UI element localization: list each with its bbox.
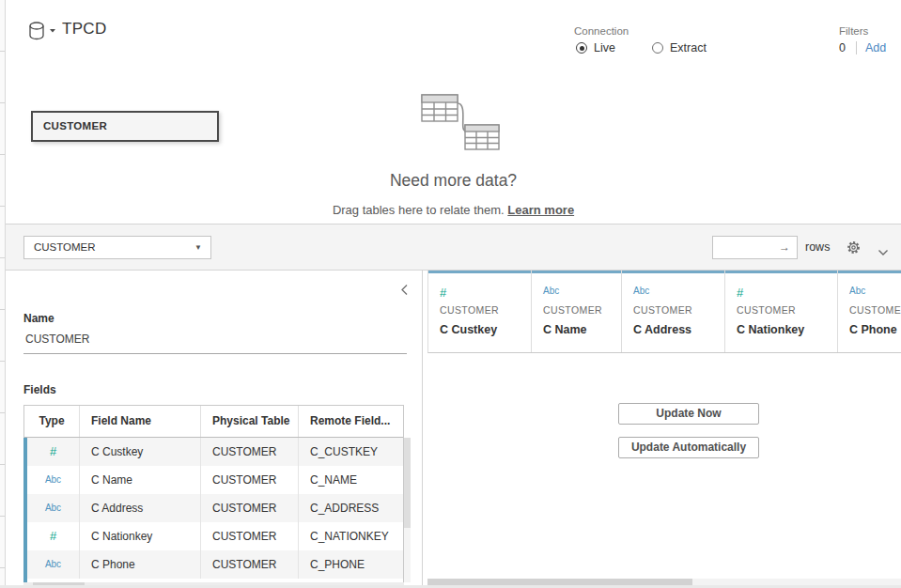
fields-table: Type Field Name Physical Table Remote Fi… (23, 405, 404, 588)
field-name-cell: C Custkey (80, 438, 201, 466)
remote-field-cell: C_NATIONKEY (299, 522, 403, 550)
filters-separator (856, 41, 857, 54)
scrollbar-thumb[interactable] (404, 438, 411, 528)
column-table-name: CUSTOMER (633, 304, 724, 316)
string-type-icon: Abc (27, 466, 80, 494)
radio-live[interactable]: Live (576, 41, 615, 54)
number-type-icon: # (27, 522, 80, 550)
grid-column-header[interactable]: #CUSTOMERC Custkey (428, 271, 532, 352)
field-name-cell: C Nationkey (80, 522, 201, 550)
fields-vertical-scrollbar[interactable] (404, 438, 411, 582)
apply-rows-arrow-icon[interactable]: → (779, 237, 790, 258)
string-type-icon: Abc (849, 286, 901, 301)
preview-toolbar: CUSTOMER ▼ → rows (6, 224, 901, 271)
rows-label: rows (805, 240, 830, 254)
database-menu-button[interactable] (28, 21, 60, 41)
filters-label: Filters (839, 25, 868, 37)
preview-grid-header: #CUSTOMERC CustkeyAbcCUSTOMERC NameAbcCU… (427, 271, 901, 353)
settings-button[interactable] (846, 240, 862, 259)
grid-column-header[interactable]: AbcCUSTOMERC Phone (838, 271, 901, 352)
rows-count-input[interactable] (713, 237, 777, 258)
column-field-name: C Address (633, 323, 724, 336)
name-label: Name (23, 312, 54, 325)
field-row[interactable]: #C NationkeyCUSTOMERC_NATIONKEY (27, 522, 403, 550)
learn-more-link[interactable]: Learn more (507, 203, 574, 217)
fields-label: Fields (23, 383, 56, 396)
column-table-name: CUSTOMER (737, 304, 837, 316)
column-field-name: C Custkey (440, 323, 531, 336)
radio-extract[interactable]: Extract (652, 41, 707, 54)
name-underline (23, 353, 407, 354)
remote-field-cell: C_CUSTKEY (299, 438, 403, 466)
chevron-down-icon (878, 249, 889, 256)
caret-down-icon (50, 29, 55, 33)
string-type-icon: Abc (27, 550, 80, 579)
field-name-cell: C Name (80, 466, 201, 494)
field-row[interactable]: AbcC AddressCUSTOMERC_ADDRESS (27, 494, 403, 522)
column-table-name: CUSTOMER (440, 304, 531, 316)
drag-text: Drag tables here to relate them. (333, 203, 507, 217)
empty-state-subtitle: Drag tables here to relate them. Learn m… (6, 203, 901, 217)
dropdown-caret-icon: ▼ (194, 237, 202, 258)
preview-horizontal-scrollbar[interactable] (427, 579, 901, 585)
empty-state-title: Need more data? (6, 171, 901, 191)
column-table-name: CUSTOMER (849, 304, 901, 316)
fields-col-physical-table[interactable]: Physical Table (201, 406, 299, 437)
rows-input-wrap: → (712, 236, 798, 259)
radio-extract-circle[interactable] (652, 42, 663, 54)
column-field-name: C Phone (849, 323, 901, 336)
relationship-canvas: TPCD Connection Live Extract Filters 0 A… (6, 0, 901, 224)
filters-add-link[interactable]: Add (865, 41, 886, 54)
fields-col-field-name[interactable]: Field Name (80, 406, 201, 437)
connection-label: Connection (574, 25, 629, 37)
collapse-pane-button[interactable] (400, 283, 409, 300)
string-type-icon: Abc (27, 494, 80, 522)
data-source-title[interactable]: TPCD (62, 20, 106, 39)
filters-count: 0 (839, 41, 846, 54)
grid-column-header[interactable]: AbcCUSTOMERC Address (622, 271, 725, 352)
radio-extract-label: Extract (670, 41, 707, 54)
chevron-left-icon (400, 284, 409, 296)
field-row[interactable]: AbcC PhoneCUSTOMERC_PHONE (27, 550, 403, 579)
fields-col-remote-field[interactable]: Remote Field... (299, 406, 403, 437)
remote-field-cell: C_PHONE (299, 550, 403, 579)
canvas-table-customer[interactable]: CUSTOMER (31, 111, 219, 142)
grid-column-header[interactable]: AbcCUSTOMERC Name (532, 271, 622, 352)
number-type-icon: # (737, 286, 837, 301)
string-type-icon: Abc (633, 286, 724, 301)
radio-live-circle[interactable] (576, 42, 587, 54)
update-automatically-button[interactable]: Update Automatically (618, 437, 759, 458)
data-source-page: TPCD Connection Live Extract Filters 0 A… (0, 0, 901, 588)
column-field-name: C Nationkey (737, 323, 837, 336)
table-name-input[interactable] (25, 333, 401, 346)
table-details-pane: Name Fields Type Field Name Physical Tab… (6, 271, 423, 588)
string-type-icon: Abc (543, 286, 621, 301)
scrollbar-thumb[interactable] (427, 579, 692, 585)
field-row[interactable]: AbcC NameCUSTOMERC_NAME (27, 466, 403, 494)
physical-table-cell: CUSTOMER (201, 494, 299, 522)
field-name-cell: C Phone (80, 550, 201, 579)
physical-table-cell: CUSTOMER (201, 438, 299, 466)
number-type-icon: # (27, 438, 80, 466)
table-select-value: CUSTOMER (34, 241, 96, 253)
gear-icon (846, 240, 862, 255)
table-select-dropdown[interactable]: CUSTOMER ▼ (23, 236, 211, 259)
remote-field-cell: C_ADDRESS (299, 494, 403, 522)
update-now-button[interactable]: Update Now (618, 403, 759, 425)
relate-tables-illustration (411, 93, 501, 153)
field-row[interactable]: #C CustkeyCUSTOMERC_CUSTKEY (27, 438, 403, 466)
column-field-name: C Name (543, 323, 621, 336)
physical-table-cell: CUSTOMER (201, 522, 299, 550)
fields-table-header: Type Field Name Physical Table Remote Fi… (24, 406, 403, 438)
physical-table-cell: CUSTOMER (201, 550, 299, 579)
number-type-icon: # (440, 286, 531, 301)
field-name-cell: C Address (80, 494, 201, 522)
collapse-preview-button[interactable] (878, 243, 889, 260)
fields-col-type[interactable]: Type (24, 406, 80, 437)
data-preview-pane: #CUSTOMERC CustkeyAbcCUSTOMERC NameAbcCU… (424, 271, 901, 588)
physical-table-cell: CUSTOMER (201, 466, 299, 494)
column-table-name: CUSTOMER (543, 304, 621, 316)
grid-column-header[interactable]: #CUSTOMERC Nationkey (725, 271, 838, 352)
remote-field-cell: C_NAME (299, 466, 403, 494)
radio-live-label: Live (594, 41, 615, 54)
